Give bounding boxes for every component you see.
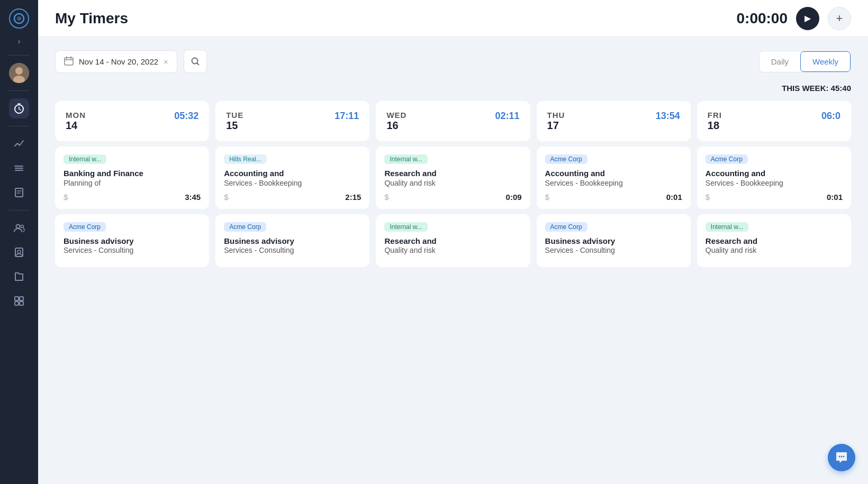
entry-sub: Services - Consulting bbox=[64, 246, 201, 254]
entry-sub: Planning of bbox=[64, 179, 201, 187]
entry-card[interactable]: Internal w... Research and Quality and r… bbox=[697, 214, 851, 268]
svg-rect-16 bbox=[20, 297, 23, 300]
date-range-text: Nov 14 - Nov 20, 2022 bbox=[79, 57, 158, 66]
timer-display: 0:00:00 bbox=[736, 10, 788, 27]
entry-card[interactable]: Internal w... Research and Quality and r… bbox=[376, 147, 530, 209]
divider-1 bbox=[8, 55, 30, 56]
entry-sub: Services - Bookkeeping bbox=[224, 179, 361, 187]
entry-badge: Acme Corp bbox=[706, 154, 748, 164]
svg-point-12 bbox=[21, 225, 24, 228]
day-column-thu: THU 17 13:54 Acme Corp Accounting and Se… bbox=[537, 101, 691, 267]
day-header-tue: TUE 15 17:11 bbox=[215, 101, 369, 141]
svg-rect-8 bbox=[15, 170, 23, 171]
add-timer-button[interactable]: + bbox=[828, 7, 851, 30]
entry-card[interactable]: Internal w... Banking and Finance Planni… bbox=[55, 147, 209, 209]
entry-service: Accounting and bbox=[706, 168, 843, 179]
calendar-icon bbox=[64, 56, 74, 67]
entry-duration: 2:15 bbox=[345, 193, 361, 202]
toolbar: Nov 14 - Nov 20, 2022 × Daily Weekly bbox=[55, 50, 851, 73]
contact-nav-icon[interactable] bbox=[9, 242, 29, 262]
day-name: FRI bbox=[708, 111, 722, 120]
entry-card[interactable]: Acme Corp Accounting and Services - Book… bbox=[697, 147, 851, 209]
svg-point-14 bbox=[17, 250, 21, 253]
entry-service: Business advisory bbox=[224, 236, 361, 246]
entry-amount-row: $ 0:01 bbox=[545, 193, 682, 202]
entry-card[interactable]: Acme Corp Business advisory Services - C… bbox=[55, 214, 209, 268]
entry-sub: Services - Bookkeeping bbox=[706, 179, 843, 187]
svg-rect-17 bbox=[15, 302, 19, 305]
svg-point-21 bbox=[839, 456, 840, 458]
svg-point-3 bbox=[15, 67, 23, 75]
entry-amount-row: $ 0:01 bbox=[706, 193, 843, 202]
entry-badge: Internal w... bbox=[384, 222, 427, 232]
entry-amount-row: $ 3:45 bbox=[64, 193, 201, 202]
report-nav-icon[interactable] bbox=[9, 182, 29, 203]
app-logo[interactable] bbox=[9, 8, 29, 29]
entry-duration: 0:01 bbox=[666, 193, 682, 202]
entry-sub: Services - Consulting bbox=[224, 246, 361, 254]
day-name: WED bbox=[386, 111, 406, 120]
day-number: 16 bbox=[386, 120, 406, 132]
svg-point-9 bbox=[14, 166, 15, 167]
svg-rect-7 bbox=[15, 168, 23, 169]
grid-nav-icon[interactable] bbox=[9, 291, 29, 311]
entry-sub: Services - Consulting bbox=[545, 246, 682, 254]
day-column-wed: WED 16 02:11 Internal w... Research and … bbox=[376, 101, 530, 267]
entry-service: Research and bbox=[706, 236, 843, 246]
entry-sub: Services - Bookkeeping bbox=[545, 179, 682, 187]
header-right: 0:00:00 ▶ + bbox=[736, 7, 851, 30]
timer-nav-icon[interactable] bbox=[9, 98, 29, 118]
day-column-mon: MON 14 05:32 Internal w... Banking and F… bbox=[55, 101, 209, 267]
entry-card[interactable]: Hills Real... Accounting and Services - … bbox=[215, 147, 369, 209]
svg-rect-18 bbox=[20, 302, 23, 305]
chat-button[interactable] bbox=[828, 444, 855, 471]
currency-symbol: $ bbox=[224, 193, 228, 202]
day-header-wed: WED 16 02:11 bbox=[376, 101, 530, 141]
entry-badge: Acme Corp bbox=[64, 222, 106, 232]
entry-sub: Quality and risk bbox=[384, 246, 521, 254]
svg-rect-6 bbox=[15, 166, 23, 167]
content-area: Nov 14 - Nov 20, 2022 × Daily Weekly THI… bbox=[38, 37, 868, 484]
svg-point-11 bbox=[16, 225, 20, 229]
analytics-nav-icon[interactable] bbox=[9, 134, 29, 154]
entry-service: Banking and Finance bbox=[64, 168, 201, 179]
day-header-mon: MON 14 05:32 bbox=[55, 101, 209, 141]
currency-symbol: $ bbox=[64, 193, 68, 202]
day-total: 05:32 bbox=[174, 111, 198, 122]
search-button[interactable] bbox=[184, 50, 207, 73]
team-nav-icon[interactable] bbox=[9, 218, 29, 238]
entry-badge: Acme Corp bbox=[545, 154, 587, 164]
avatar[interactable] bbox=[9, 63, 29, 83]
day-number: 17 bbox=[547, 120, 565, 132]
daily-view-button[interactable]: Daily bbox=[760, 51, 800, 72]
day-total: 17:11 bbox=[334, 111, 359, 122]
main-content: My Timers 0:00:00 ▶ + Nov 14 - N bbox=[38, 0, 868, 484]
svg-point-20 bbox=[192, 58, 197, 64]
week-total: THIS WEEK: 45:40 bbox=[55, 84, 851, 93]
entry-amount-row: $ 0:09 bbox=[384, 193, 521, 202]
entry-badge: Internal w... bbox=[706, 222, 748, 232]
play-button[interactable]: ▶ bbox=[796, 7, 819, 30]
list-nav-icon[interactable] bbox=[9, 158, 29, 178]
date-picker[interactable]: Nov 14 - Nov 20, 2022 × bbox=[55, 50, 177, 73]
entry-card[interactable]: Acme Corp Business advisory Services - C… bbox=[537, 214, 691, 268]
day-total: 02:11 bbox=[495, 111, 520, 122]
day-header-thu: THU 17 13:54 bbox=[537, 101, 691, 141]
entry-badge: Internal w... bbox=[64, 154, 106, 164]
weekly-view-button[interactable]: Weekly bbox=[800, 51, 851, 72]
day-number: 18 bbox=[708, 120, 722, 132]
day-name: MON bbox=[66, 111, 86, 120]
entry-card[interactable]: Acme Corp Accounting and Services - Book… bbox=[537, 147, 691, 209]
expand-icon[interactable]: › bbox=[16, 35, 23, 48]
entry-sub: Quality and risk bbox=[706, 246, 843, 254]
entry-card[interactable]: Internal w... Research and Quality and r… bbox=[376, 214, 530, 268]
files-nav-icon[interactable] bbox=[9, 267, 29, 287]
header: My Timers 0:00:00 ▶ + bbox=[38, 0, 868, 37]
clear-date-icon[interactable]: × bbox=[164, 57, 168, 66]
entry-service: Research and bbox=[384, 236, 521, 246]
entry-service: Accounting and bbox=[224, 168, 361, 179]
day-total: 13:54 bbox=[656, 111, 680, 122]
entry-service: Business advisory bbox=[545, 236, 682, 246]
svg-point-1 bbox=[17, 16, 21, 21]
entry-card[interactable]: Acme Corp Business advisory Services - C… bbox=[215, 214, 369, 268]
